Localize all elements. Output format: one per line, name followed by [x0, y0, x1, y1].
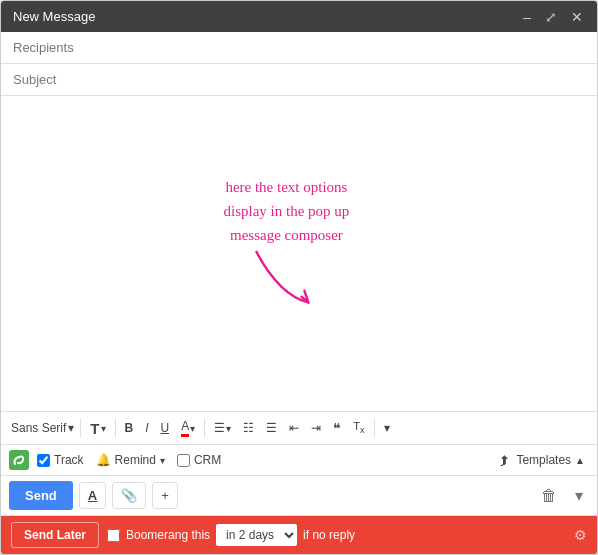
body-textarea[interactable] [1, 96, 597, 411]
send-button[interactable]: Send [9, 481, 73, 510]
recipients-row: Recipients [1, 32, 597, 64]
templates-button[interactable]: ⮭ Templates ▲ [494, 450, 589, 470]
boomerang-this-area: Boomerang this in 2 days if no reply [107, 524, 355, 546]
action-toolbar: Track 🔔 Remind ▾ CRM ⮭ Templates ▲ [1, 445, 597, 476]
body-area: here the text options display in the pop… [1, 96, 597, 411]
chevron-down-icon: ▾ [575, 487, 583, 504]
minimize-button[interactable]: – [521, 10, 533, 24]
send-later-button[interactable]: Send Later [11, 522, 99, 548]
send-toolbar: Send A 📎 + 🗑 ▾ [1, 476, 597, 516]
bottom-bar: Send Later Boomerang this in 2 days if n… [1, 516, 597, 554]
templates-icon: ⮭ [498, 452, 512, 468]
font-size-button[interactable]: T ▾ [85, 417, 110, 440]
subject-label: Subject [13, 72, 83, 87]
delete-button[interactable]: 🗑 [535, 483, 563, 509]
subject-row: Subject [1, 64, 597, 96]
expand-button[interactable]: ⤢ [543, 10, 559, 24]
recipients-label: Recipients [13, 40, 83, 55]
track-checkbox-area: Track [37, 453, 84, 467]
font-family-dropdown[interactable]: Sans Serif ▾ [9, 418, 76, 438]
more-options-button[interactable]: ▾ [569, 482, 589, 509]
italic-button[interactable]: I [140, 418, 153, 438]
paperclip-icon: 📎 [121, 488, 137, 503]
fmt-sep-1 [80, 419, 81, 437]
underline-format-button[interactable]: A [79, 482, 106, 509]
remind-button[interactable]: 🔔 Remind ▾ [92, 451, 169, 469]
days-select[interactable]: in 2 days [216, 524, 297, 546]
track-checkbox[interactable] [37, 454, 50, 467]
fmt-sep-4 [374, 419, 375, 437]
boomerang-checkbox[interactable] [107, 529, 120, 542]
recipients-input[interactable] [83, 40, 585, 55]
quote-button[interactable]: ❝ [328, 417, 346, 439]
add-button[interactable]: + [152, 482, 178, 509]
trash-icon: 🗑 [541, 487, 557, 504]
fmt-sep-2 [115, 419, 116, 437]
boomerang-logo-icon [9, 450, 29, 470]
track-label[interactable]: Track [54, 453, 84, 467]
remind-dropdown-icon: ▾ [160, 455, 165, 466]
close-button[interactable]: ✕ [569, 10, 585, 24]
if-no-reply-label: if no reply [303, 528, 355, 542]
attach-button[interactable]: 📎 [112, 482, 146, 509]
outdent-button[interactable]: ⇤ [284, 418, 304, 438]
ordered-list-button[interactable]: ☷ [238, 418, 259, 438]
clear-format-button[interactable]: Tx [348, 417, 369, 438]
templates-dropdown-icon: ▲ [575, 455, 585, 466]
composer-window: New Message – ⤢ ✕ Recipients Subject her… [0, 0, 598, 555]
crm-label[interactable]: CRM [194, 453, 221, 467]
formatting-toolbar: Sans Serif ▾ T ▾ B I U A ▾ ☰ ▾ ☷ ☰ ⇤ [1, 411, 597, 445]
font-color-button[interactable]: A ▾ [176, 416, 200, 440]
bold-button[interactable]: B [120, 418, 139, 438]
window-title: New Message [13, 9, 95, 24]
fmt-sep-3 [204, 419, 205, 437]
more-format-button[interactable]: ▾ [379, 418, 395, 438]
align-button[interactable]: ☰ ▾ [209, 418, 236, 438]
underline-button[interactable]: U [156, 418, 175, 438]
bell-icon: 🔔 [96, 453, 111, 467]
unordered-list-button[interactable]: ☰ [261, 418, 282, 438]
plus-icon: + [161, 488, 169, 503]
boomerang-bottom-icon: ⚙ [574, 527, 587, 543]
crm-checkbox[interactable] [177, 454, 190, 467]
boomerang-this-label[interactable]: Boomerang this [126, 528, 210, 542]
title-bar: New Message – ⤢ ✕ [1, 1, 597, 32]
indent-button[interactable]: ⇥ [306, 418, 326, 438]
title-bar-controls: – ⤢ ✕ [521, 10, 585, 24]
crm-checkbox-area: CRM [177, 453, 221, 467]
subject-input[interactable] [83, 72, 585, 87]
